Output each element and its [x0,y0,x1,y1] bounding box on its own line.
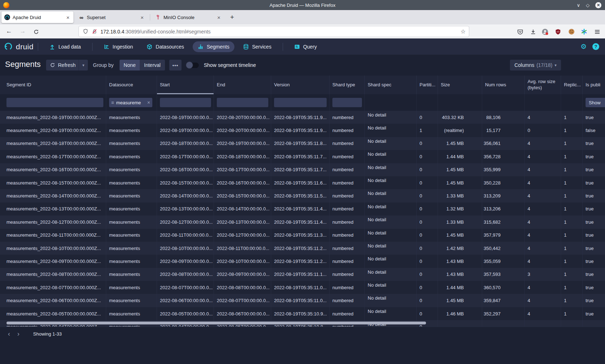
settings-gear-icon[interactable]: ⚙ [581,43,587,50]
table-row[interactable]: measurements_2022-08-09T00:00:00.000Z...… [0,255,605,268]
datasource-filter-chip[interactable]: =measureme× [109,98,152,107]
column-header-version[interactable]: Version [271,76,330,94]
clear-filter-icon[interactable]: × [147,100,150,105]
account-extension-icon[interactable] [541,27,549,36]
column-header-datasource[interactable]: Datasource [106,76,157,94]
download-icon[interactable] [529,27,537,36]
cookie-extension-icon[interactable] [567,27,576,36]
cell-datasource: measurements [106,281,157,294]
cell-size: 1.46 MB [438,307,482,320]
segment-id-filter-input[interactable] [6,98,103,107]
table-row[interactable]: measurements_2022-08-05T00:00:00.000Z...… [0,307,605,320]
table-filter-row: =measureme×Show [0,94,605,111]
new-tab-button[interactable]: + [227,13,238,21]
tab-close-icon[interactable]: × [216,14,221,21]
horizontal-scrollbar[interactable] [6,322,426,324]
cell-version: 2022-08-19T05:35:10.9... [271,307,330,320]
table-row[interactable]: measurements_2022-08-10T00:00:00.000Z...… [0,242,605,255]
column-header-size[interactable]: Size [438,76,482,94]
table-row[interactable]: measurements_2022-08-18T00:00:00.000Z...… [0,137,605,150]
table-row[interactable]: measurements_2022-08-17T00:00:00.000Z...… [0,150,605,163]
nav-item-segments[interactable]: Segments [193,41,234,52]
cell-avg-row-size: 4 [525,281,561,294]
cell-replication: 1 [561,163,583,176]
table-row[interactable]: measurements_2022-08-08T00:00:00.000Z...… [0,268,605,281]
segment-timeline-toggle[interactable] [187,63,199,68]
column-header-start[interactable]: Start [157,76,214,94]
cell-start: 2022-08-19T00:00:00.0... [157,124,214,137]
columns-button[interactable]: Columns (17/18) ▾ [510,60,561,70]
table-row[interactable]: measurements_2022-08-19T00:00:00.000Z...… [0,124,605,137]
window-maximize-icon[interactable]: ◇ [586,3,590,8]
tab-apache-druid[interactable]: Apache Druid × [1,12,73,23]
tab-close-icon[interactable]: × [65,14,71,21]
table-row[interactable]: measurements_2022-08-16T00:00:00.000Z...… [0,163,605,176]
menu-hamburger-icon[interactable] [593,27,601,36]
nav-item-label: Query [303,44,317,50]
refresh-dropdown-button[interactable]: ▾ [79,60,88,70]
tab-close-icon[interactable]: × [139,14,145,21]
next-page-button[interactable]: › [14,330,23,338]
end-filter-input[interactable] [217,98,268,107]
nav-item-datasources[interactable]: Datasources [142,41,189,52]
druid-logo[interactable]: druid [4,42,33,51]
forward-button[interactable]: → [18,27,27,36]
bookmark-star-icon[interactable]: ☆ [461,28,466,35]
tab-superset[interactable]: ∞ Superset × [76,12,148,23]
nav-item-ingestion[interactable]: Ingestion [99,41,138,52]
ublock-icon[interactable]: uO [554,27,562,36]
column-header-segment-id[interactable]: Segment ID [0,76,106,94]
refresh-button[interactable]: Refresh [46,60,80,70]
segments-toolbar: Segments Refresh ▾ Group by None Interva… [0,55,605,76]
reload-button[interactable] [32,27,40,36]
nav-item-load-data[interactable]: Load data [44,41,86,52]
column-header-label: Partiti... [417,82,435,88]
window-close-icon[interactable]: ✕ [595,2,601,8]
column-header-num-rows[interactable]: Num rows [482,76,525,94]
column-header-shard-spec[interactable]: Shard spec [365,76,417,94]
back-button[interactable]: ← [4,27,14,36]
window-minimize-icon[interactable]: ∨ [577,3,580,8]
previous-page-button[interactable]: ‹ [4,330,14,338]
table-row[interactable]: measurements_2022-08-12T00:00:00.000Z...… [0,215,605,228]
refresh-icon [50,63,55,68]
group-by-none-button[interactable]: None [120,60,140,70]
group-by-interval-button[interactable]: Interval [140,60,165,70]
column-header-shard-type[interactable]: Shard type [330,76,365,94]
table-row[interactable]: measurements_2022-08-06T00:00:00.000Z...… [0,294,605,307]
cell-end: 2022-08-07T00:00:00.0... [214,294,271,307]
table-row[interactable]: measurements_2022-08-07T00:00:00.000Z...… [0,281,605,294]
start-filter-input[interactable] [160,98,211,107]
column-header-end[interactable]: End [214,76,271,94]
svg-text:uO: uO [556,31,559,33]
table-row[interactable]: measurements_2022-08-15T00:00:00.000Z...… [0,176,605,189]
column-header-avg-row-size[interactable]: Avg. row size (bytes) [525,76,561,94]
shield-icon[interactable] [82,28,89,35]
address-bar[interactable]: 172.18.0.4 :30899/unified-console.html#s… [79,26,469,37]
column-header-partition[interactable]: Partiti... [417,76,438,94]
cell-segment-id: measurements_2022-08-14T00:00:00.000Z... [0,189,106,202]
nav-item-services[interactable]: Services [238,41,277,52]
cell-partition: 1 [417,124,438,137]
cell-size: 1.45 MB [438,294,482,307]
column-header-replication[interactable]: Replic... [561,76,583,94]
cell-datasource: measurements [106,137,157,150]
shard-type-filter-input[interactable] [332,98,362,107]
asterisk-extension-icon[interactable] [580,27,588,36]
table-row[interactable]: measurements_2022-08-13T00:00:00.000Z...… [0,203,605,215]
cell-segment-id: measurements_2022-08-06T00:00:00.000Z... [0,294,106,307]
is-published-filter[interactable]: Show [586,98,605,107]
table-row[interactable]: measurements_2022-08-14T00:00:00.000Z...… [0,189,605,202]
nav-item-query[interactable]: Query [289,41,322,52]
more-options-button[interactable]: ••• [169,60,182,70]
help-icon[interactable]: ? [592,43,599,50]
table-row[interactable]: measurements_2022-08-11T00:00:00.000Z...… [0,229,605,242]
table-row[interactable]: measurements_2022-08-19T00:00:00.000Z...… [0,111,605,124]
pocket-icon[interactable] [516,27,524,36]
version-filter-input[interactable] [274,98,327,107]
nav-divider [283,43,283,51]
cell-shard-type: numbered [330,281,365,294]
tab-minio-console[interactable]: MinIO Console × [152,12,224,23]
insecure-lock-icon[interactable] [91,28,98,35]
column-header-is-published[interactable]: Is publi [583,76,605,94]
